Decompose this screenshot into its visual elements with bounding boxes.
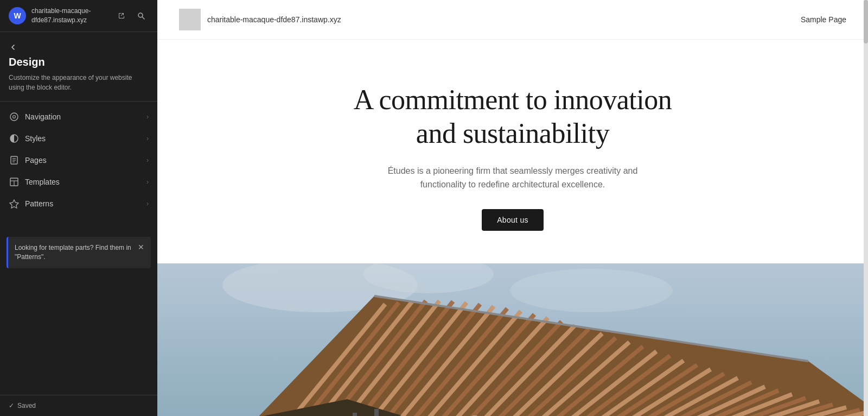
svg-point-0 [138, 13, 143, 17]
svg-point-15 [510, 269, 673, 312]
design-title: Design [9, 56, 149, 68]
sidebar-item-navigation[interactable]: Navigation › [0, 106, 157, 128]
patterns-icon [9, 198, 20, 209]
search-button[interactable] [133, 8, 149, 23]
design-description: Customize the appearance of your website… [9, 73, 149, 92]
styles-icon [9, 133, 20, 144]
svg-point-3 [13, 115, 16, 118]
scrollbar-thumb[interactable] [864, 0, 868, 43]
pages-chevron: › [146, 156, 149, 164]
svg-line-1 [143, 17, 145, 19]
notification-banner: Looking for template parts? Find them in… [7, 237, 151, 268]
scrollbar-track [864, 0, 868, 416]
site-logo-box [179, 9, 201, 30]
notification-text: Looking for template parts? Find them in… [15, 243, 133, 262]
templates-icon [9, 177, 20, 187]
website-frame: charitable-macaque-dfde87.instawp.xyz Sa… [157, 0, 868, 416]
saved-bar: ✓ Saved [0, 395, 157, 416]
back-button[interactable] [9, 43, 17, 52]
patterns-label: Patterns [25, 199, 141, 208]
check-icon: ✓ [9, 402, 14, 409]
notification-close-button[interactable]: ✕ [138, 243, 144, 251]
styles-label: Styles [25, 134, 141, 143]
site-name: charitable-macaque- dfde87.instawp.xyz [31, 7, 91, 25]
templates-chevron: › [146, 178, 149, 186]
main-preview: charitable-macaque-dfde87.instawp.xyz Sa… [157, 0, 868, 416]
pages-label: Pages [25, 156, 141, 165]
sample-page-link[interactable]: Sample Page [801, 15, 846, 24]
navigation-icon [9, 111, 20, 122]
sidebar: W charitable-macaque- dfde87.instawp.xyz [0, 0, 157, 416]
sidebar-item-patterns[interactable]: Patterns › [0, 193, 157, 215]
svg-rect-64 [353, 413, 357, 416]
sidebar-header: W charitable-macaque- dfde87.instawp.xyz [0, 0, 157, 32]
patterns-chevron: › [146, 200, 149, 207]
site-logo-area: charitable-macaque-dfde87.instawp.xyz [179, 9, 341, 30]
external-link-button[interactable] [114, 8, 129, 23]
sidebar-item-styles[interactable]: Styles › [0, 128, 157, 149]
hero-section: A commitment to innovation and sustainab… [157, 40, 868, 263]
hero-title: A commitment to innovation and sustainab… [179, 83, 846, 151]
svg-point-2 [10, 113, 18, 121]
site-nav-links: Sample Page [801, 15, 846, 24]
svg-rect-65 [374, 409, 379, 416]
about-us-button[interactable]: About us [482, 209, 544, 231]
pages-icon [9, 155, 20, 166]
architecture-image [157, 263, 868, 416]
site-domain: charitable-macaque-dfde87.instawp.xyz [207, 15, 341, 24]
header-icons [114, 8, 149, 23]
design-section: Design Customize the appearance of your … [0, 32, 157, 102]
hero-subtitle: Études is a pioneering firm that seamles… [372, 164, 654, 192]
templates-label: Templates [25, 178, 141, 186]
saved-label: Saved [17, 402, 36, 409]
navigation-chevron: › [146, 113, 149, 121]
styles-chevron: › [146, 135, 149, 142]
wordpress-logo: W [9, 7, 26, 24]
nav-items-list: Navigation › Styles › [0, 102, 157, 232]
sidebar-item-pages[interactable]: Pages › [0, 149, 157, 171]
sidebar-item-templates[interactable]: Templates › [0, 171, 157, 193]
navigation-label: Navigation [25, 112, 141, 121]
site-nav: charitable-macaque-dfde87.instawp.xyz Sa… [157, 0, 868, 40]
